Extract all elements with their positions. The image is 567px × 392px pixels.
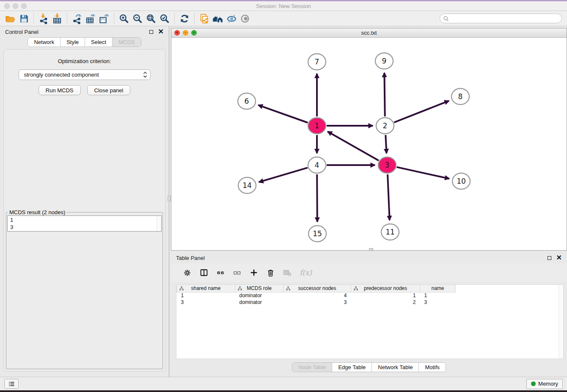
- select-all-button[interactable]: [216, 268, 225, 277]
- import-network-button[interactable]: [37, 12, 50, 25]
- svg-text:11: 11: [385, 228, 395, 236]
- svg-text:3: 3: [385, 161, 390, 169]
- toolbar-separator: [174, 13, 175, 24]
- tab-motifs[interactable]: Motifs: [418, 363, 446, 372]
- graph-node-3[interactable]: 3: [378, 157, 396, 173]
- close-table-panel-icon[interactable]: ✕: [556, 255, 562, 260]
- unchecked-boxes-icon: [233, 268, 242, 277]
- graph-edge-2-9[interactable]: [384, 73, 385, 116]
- zoom-out-icon: [132, 13, 143, 24]
- network-canvas[interactable]: 1234678910111415: [171, 38, 567, 250]
- svg-text:1: 1: [315, 121, 319, 130]
- search-input[interactable]: [451, 16, 558, 22]
- tab-network[interactable]: Network: [28, 38, 60, 47]
- graph-node-1[interactable]: 1: [308, 118, 326, 134]
- table-scrollbar[interactable]: [559, 285, 563, 359]
- graph-node-6[interactable]: 6: [238, 93, 256, 109]
- export-image-icon: [99, 13, 110, 24]
- svg-text:14: 14: [242, 181, 252, 190]
- tab-node-table[interactable]: Node Table: [292, 363, 332, 372]
- column-header-shared-name[interactable]: shared name: [177, 285, 235, 292]
- save-session-button[interactable]: [17, 12, 30, 25]
- application-window: Session: New Session: [0, 0, 567, 392]
- graph-node-7[interactable]: 7: [308, 54, 326, 70]
- preview-button[interactable]: [238, 12, 252, 25]
- show-columns-button[interactable]: [199, 268, 209, 277]
- graph-edge-2-3[interactable]: [385, 135, 386, 153]
- zoom-fit-button[interactable]: [144, 12, 158, 25]
- tab-mcds[interactable]: MCDS: [112, 38, 140, 47]
- close-panel-icon[interactable]: ✕: [158, 29, 164, 34]
- horizontal-splitter-handle[interactable]: [369, 248, 373, 251]
- network-file-button[interactable]: [198, 12, 211, 25]
- network-document-icon: [199, 13, 210, 24]
- graph-node-2[interactable]: 2: [376, 118, 394, 134]
- zoom-out-button[interactable]: [131, 12, 144, 25]
- graph-node-14[interactable]: 14: [238, 177, 256, 193]
- export-network-button[interactable]: [70, 12, 84, 25]
- toolbar-separator: [114, 13, 114, 24]
- graph-node-15[interactable]: 15: [308, 226, 326, 242]
- mcds-result-text[interactable]: 1 3: [7, 215, 162, 232]
- tab-select[interactable]: Select: [85, 38, 112, 47]
- graph-edge-4-14[interactable]: [259, 168, 308, 182]
- column-header-name[interactable]: name: [420, 285, 456, 292]
- column-header-predecessor-nodes[interactable]: predecessor nodes: [351, 285, 420, 292]
- mcds-result-box: MCDS result (2 nodes) 1 3: [6, 209, 163, 369]
- memory-status-dot: [531, 381, 536, 386]
- graph-node-4[interactable]: 4: [308, 157, 326, 173]
- column-header-successor-nodes[interactable]: successor nodes: [284, 285, 351, 292]
- zoom-in-button[interactable]: [117, 12, 131, 25]
- delete-table-button[interactable]: [283, 268, 292, 277]
- close-panel-button[interactable]: Close panel: [87, 85, 131, 95]
- import-table-button[interactable]: [50, 12, 64, 25]
- result-scrollbar[interactable]: [157, 216, 161, 231]
- table-row[interactable]: 3dominator323: [177, 299, 456, 306]
- apply-layout-button[interactable]: [178, 12, 191, 25]
- mcds-buttons: Run MCDS Close panel: [4, 85, 165, 95]
- show-panel-list-button[interactable]: [4, 379, 19, 389]
- graph-node-8[interactable]: 8: [451, 88, 469, 105]
- deselect-all-button[interactable]: [233, 268, 242, 277]
- delete-column-button[interactable]: [266, 268, 275, 277]
- node-table-body: 1dominator4113dominator323: [177, 292, 456, 306]
- export-network-icon: [72, 13, 83, 24]
- mcds-result-legend: MCDS result (2 nodes): [8, 209, 66, 215]
- zoom-selected-button[interactable]: [158, 12, 171, 25]
- zoom-fit-icon: [146, 13, 157, 24]
- float-panel-icon[interactable]: [149, 30, 153, 34]
- table-settings-button[interactable]: [183, 268, 192, 277]
- function-builder-button[interactable]: f(x): [300, 268, 312, 277]
- svg-text:7: 7: [315, 58, 319, 66]
- tab-edge-table[interactable]: Edge Table: [332, 363, 372, 372]
- control-panel-tabs: Network Style Select MCDS: [0, 37, 169, 48]
- float-table-panel-icon[interactable]: [548, 256, 551, 260]
- graph-edge-3-10[interactable]: [396, 167, 449, 179]
- export-table-button[interactable]: [84, 12, 97, 25]
- run-mcds-button[interactable]: Run MCDS: [39, 85, 81, 95]
- graph-edge-1-6[interactable]: [258, 105, 308, 123]
- fx-icon: f(x): [300, 268, 312, 277]
- tab-style[interactable]: Style: [60, 38, 85, 47]
- open-session-button[interactable]: [3, 12, 17, 25]
- dropdown-arrows-icon: [143, 71, 147, 78]
- column-header-MCDS-role[interactable]: MCDS role: [235, 285, 284, 292]
- toggle-visibility-button[interactable]: [225, 12, 238, 25]
- table-row[interactable]: 1dominator411: [177, 292, 456, 299]
- network-window-titlebar: × − + scc.txt: [171, 28, 567, 38]
- export-image-button[interactable]: [97, 12, 111, 25]
- graph-canvas[interactable]: 1234678910111415: [171, 38, 565, 251]
- graph-edge-4-15[interactable]: [317, 174, 317, 222]
- tab-network-table[interactable]: Network Table: [372, 363, 418, 372]
- home-button[interactable]: [211, 12, 225, 25]
- vertical-splitter-handle[interactable]: [168, 196, 171, 202]
- graph-edge-2-8[interactable]: [394, 101, 449, 122]
- graph-node-9[interactable]: 9: [375, 53, 393, 69]
- graph-node-10[interactable]: 10: [452, 173, 470, 189]
- memory-button[interactable]: Memory: [526, 379, 563, 389]
- add-column-button[interactable]: [249, 268, 259, 277]
- graph-edge-3-1[interactable]: [328, 132, 379, 161]
- graph-node-11[interactable]: 11: [381, 224, 399, 240]
- optimization-criterion-select[interactable]: strongly connected component: [19, 69, 151, 80]
- graph-edge-3-11[interactable]: [388, 174, 390, 220]
